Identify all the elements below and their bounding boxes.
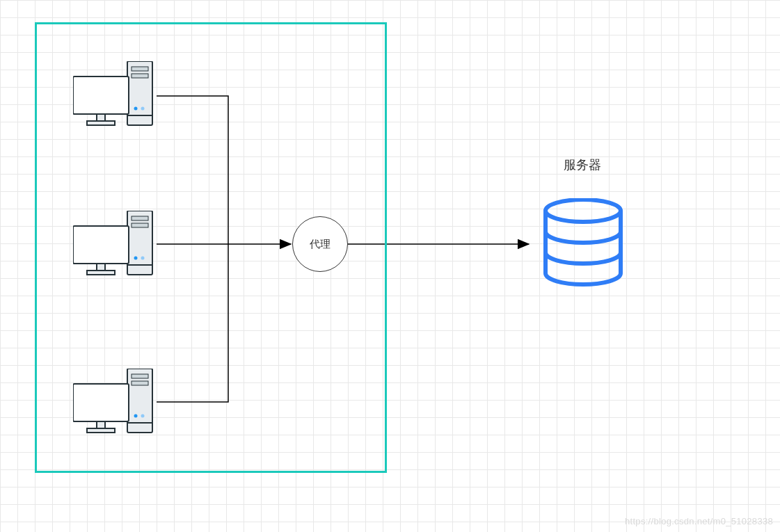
watermark-text: https://blog.csdn.net/m0_51028338 <box>625 516 773 526</box>
svg-rect-27 <box>87 428 115 433</box>
svg-rect-7 <box>73 76 129 114</box>
svg-rect-11 <box>132 216 148 220</box>
client-computer-1 <box>73 61 157 131</box>
svg-point-4 <box>134 107 138 111</box>
svg-rect-17 <box>97 264 105 271</box>
proxy-node: 代理 <box>292 216 348 272</box>
svg-point-23 <box>141 414 145 418</box>
svg-point-14 <box>141 257 145 260</box>
svg-rect-18 <box>87 271 115 275</box>
client-computer-2 <box>73 211 157 280</box>
server-label: 服务器 <box>564 156 601 173</box>
svg-rect-8 <box>97 114 105 121</box>
proxy-label: 代理 <box>310 238 331 251</box>
client-computer-3 <box>73 369 157 438</box>
svg-rect-25 <box>73 384 129 421</box>
svg-point-13 <box>134 257 138 260</box>
svg-rect-20 <box>132 374 148 378</box>
svg-point-28 <box>546 200 621 222</box>
svg-rect-21 <box>132 381 148 385</box>
svg-rect-26 <box>97 421 105 428</box>
svg-rect-9 <box>87 121 115 125</box>
svg-rect-3 <box>132 74 148 78</box>
svg-point-5 <box>141 107 145 111</box>
svg-rect-2 <box>132 67 148 71</box>
diagram-canvas: 代理 服务器 https://blog.csdn.net/m0_51028338 <box>0 0 780 532</box>
svg-rect-16 <box>73 226 129 264</box>
svg-rect-12 <box>132 223 148 227</box>
svg-point-22 <box>134 414 138 418</box>
database-icon <box>541 198 625 289</box>
